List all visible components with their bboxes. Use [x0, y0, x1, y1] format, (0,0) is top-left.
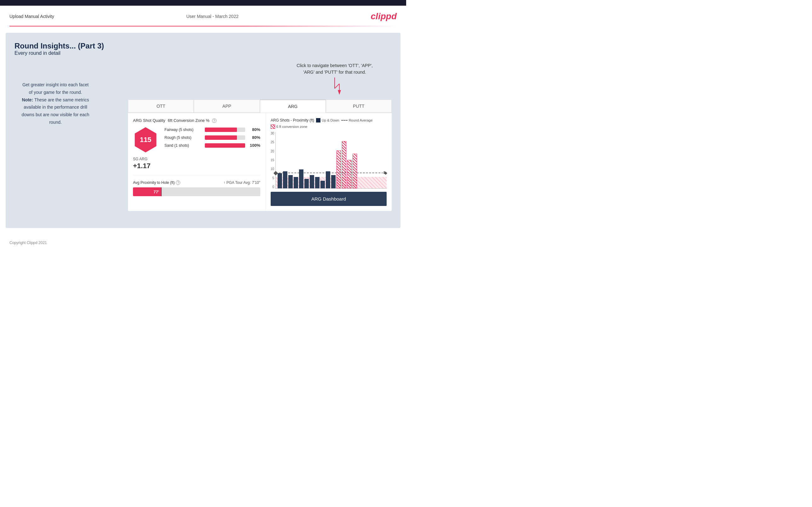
rough-label: Rough (5 shots): [164, 135, 202, 140]
header-divider: [9, 26, 397, 26]
rough-bar-container: [205, 135, 245, 140]
proximity-bar-wrap: 77': [133, 187, 260, 196]
legend-dash-roundavg: [341, 120, 348, 121]
fairway-pct: 80%: [248, 127, 260, 132]
left-panel: Get greater insight into each facet of y…: [14, 62, 121, 132]
bar-3: [288, 175, 293, 188]
proximity-info-icon[interactable]: ?: [176, 180, 180, 185]
chart-plot: 8: [275, 132, 387, 189]
sand-bar-container: [205, 143, 245, 148]
tab-putt[interactable]: PUTT: [326, 100, 392, 113]
sand-bar: [205, 143, 245, 148]
arrow-indicator: [297, 77, 373, 96]
proximity-value: 77': [153, 189, 159, 194]
tab-ott[interactable]: OTT: [128, 100, 194, 113]
sand-row: Sand (1 shots) 100%: [164, 143, 260, 148]
proximity-bar: 77': [133, 187, 161, 196]
tab-app[interactable]: APP: [194, 100, 260, 113]
clippd-logo: clippd: [371, 11, 397, 21]
bar-14-hatched: [347, 160, 352, 188]
bar-9: [320, 181, 325, 188]
arg-score-hexagon: 115: [133, 127, 158, 153]
legend-updown: Up & Down: [316, 118, 339, 122]
top-bar: [0, 0, 406, 6]
page-subtitle: Every round in detail: [14, 50, 392, 56]
bar-1: [277, 173, 282, 188]
svg-marker-3: [338, 90, 341, 95]
sand-pct: 100%: [248, 143, 260, 148]
sg-value: +1.17: [133, 162, 158, 170]
fairway-bar: [205, 127, 237, 132]
y-label-10: 10: [271, 168, 274, 171]
insight-box: Get greater insight into each facet of y…: [14, 75, 96, 132]
legend-conversion: 6 ft conversion zone: [271, 124, 307, 129]
round-avg-line: 8: [276, 173, 387, 173]
copyright: Copyright Clippd 2021: [9, 240, 47, 245]
arg-dashboard-button[interactable]: ARG Dashboard: [271, 192, 387, 206]
annotation-area: Click to navigate between 'OTT', 'APP','…: [128, 62, 392, 96]
rough-row: Rough (5 shots) 80%: [164, 135, 260, 140]
tabs-row: OTT APP ARG PUTT: [128, 100, 392, 113]
svg-line-1: [335, 84, 339, 89]
bar-11: [331, 175, 336, 188]
y-label-5: 5: [272, 177, 274, 180]
proximity-label: Avg Proximity to Hole (ft): [133, 180, 174, 185]
arg-right-section: ARG Shots - Proximity (ft) Up & Down Rou…: [266, 113, 392, 211]
bar-5: [299, 169, 303, 188]
main-content: Round Insights... (Part 3) Every round i…: [6, 33, 401, 228]
rough-pct: 80%: [248, 135, 260, 140]
fairway-bar-container: [205, 127, 245, 132]
nav-hint-box: Click to navigate between 'OTT', 'APP','…: [297, 62, 373, 96]
bar-15-hatched: [353, 154, 357, 188]
y-label-25: 25: [271, 141, 274, 144]
proximity-marker: [161, 187, 162, 196]
round-insights-card: OTT APP ARG PUTT: [128, 100, 392, 211]
chart-header: ARG Shots - Proximity (ft) Up & Down Rou…: [271, 118, 387, 129]
tab-arg[interactable]: ARG: [260, 100, 326, 113]
y-axis: 30 25 20 15 10 5 0: [271, 132, 274, 189]
rough-bar: [205, 135, 237, 140]
nav-hint-text: Click to navigate between 'OTT', 'APP','…: [297, 62, 373, 75]
chart-bars: 8: [275, 132, 387, 189]
proximity-section: Avg Proximity to Hole (ft) ? ↑ PGA Tour …: [133, 175, 260, 196]
arg-left-section: ARG Shot Quality 6ft Conversion Zone % ?…: [128, 113, 266, 211]
bar-13-hatched: [342, 141, 346, 188]
shot-quality-label: ARG Shot Quality: [133, 118, 165, 123]
header: Upload Manual Activity User Manual - Mar…: [0, 6, 406, 26]
manual-label: User Manual - March 2022: [186, 14, 239, 19]
y-label-20: 20: [271, 150, 274, 153]
title-section: Round Insights... (Part 3) Every round i…: [14, 42, 392, 56]
bar-7: [310, 175, 314, 188]
y-label-30: 30: [271, 132, 274, 135]
bar-8: [315, 177, 319, 188]
card-body: ARG Shot Quality 6ft Conversion Zone % ?…: [128, 113, 392, 211]
footer: Copyright Clippd 2021: [0, 234, 406, 251]
conversion-label: 6ft Conversion Zone %: [168, 118, 209, 123]
diamond-left: [273, 171, 278, 175]
bar-10: [326, 171, 330, 188]
bar-6: [304, 179, 309, 188]
section-header: ARG Shot Quality 6ft Conversion Zone % ?: [133, 118, 260, 123]
y-label-15: 15: [271, 159, 274, 162]
fairway-label: Fairway (5 shots): [164, 127, 202, 132]
insight-text: Get greater insight into each facet of y…: [21, 81, 90, 126]
bar-4: [294, 177, 298, 188]
fairway-row: Fairway (5 shots) 80%: [164, 127, 260, 132]
conversion-info-icon[interactable]: ?: [212, 118, 216, 123]
upload-label: Upload Manual Activity: [9, 14, 54, 19]
right-panel: Click to navigate between 'OTT', 'APP','…: [128, 62, 392, 211]
proximity-header: Avg Proximity to Hole (ft) ? ↑ PGA Tour …: [133, 180, 260, 185]
y-label-0: 0: [272, 185, 274, 189]
left-stats: 115 SG ARG +1.17: [133, 127, 158, 170]
sand-label: Sand (1 shots): [164, 143, 202, 148]
sg-label: SG ARG: [133, 157, 158, 161]
shot-bars: Fairway (5 shots) 80% Rough (5 shots): [164, 127, 260, 151]
bar-12-hatched: [337, 151, 341, 188]
bar-2: [283, 171, 287, 188]
legend-roundavg: Round Average: [341, 118, 373, 122]
chart-title: ARG Shots - Proximity (ft): [271, 118, 314, 122]
page-title: Round Insights... (Part 3): [14, 42, 392, 50]
legend-box-updown: [316, 118, 320, 122]
legend-hash-conversion: [271, 124, 275, 129]
pga-avg: ↑ PGA Tour Avg: 7'10": [223, 180, 260, 185]
